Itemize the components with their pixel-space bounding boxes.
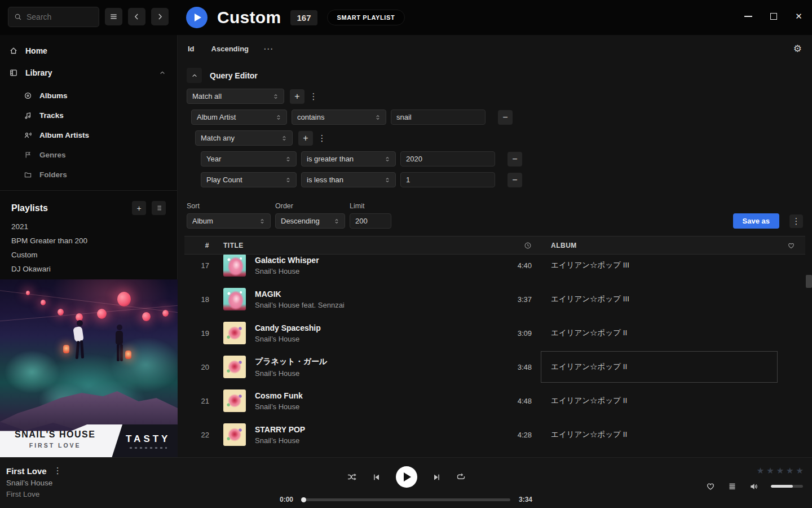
rating-star-icon[interactable]: ★ (786, 466, 793, 476)
maximize-button[interactable] (769, 12, 778, 20)
track-row[interactable]: 19 Candy Spaceship Snail’s House 3:09 エイ… (184, 316, 805, 350)
rating-star-icon[interactable]: ★ (757, 466, 764, 476)
add-playlist-button[interactable]: + (132, 201, 146, 215)
sidebar-item-home[interactable]: Home (0, 40, 177, 62)
play-playlist-button[interactable] (186, 7, 208, 28)
track-album[interactable]: エイリアン☆ポップ II (541, 317, 778, 349)
column-header-title[interactable]: TITLE (214, 242, 501, 249)
track-artist[interactable]: Snail’s House (255, 369, 327, 378)
sort-direction-button[interactable]: Ascending (211, 45, 249, 53)
more-options-button[interactable]: ⋯ (263, 44, 273, 54)
rule-operator-select[interactable]: contains (292, 110, 386, 125)
menu-button[interactable] (105, 8, 122, 25)
nav-back-button[interactable] (128, 8, 145, 25)
rule-field-select[interactable]: Play Count (201, 172, 297, 187)
sidebar-item-label: Album Artists (39, 131, 89, 139)
rule-field-select[interactable]: Album Artist (191, 110, 287, 125)
close-button[interactable]: ✕ (795, 12, 803, 20)
track-album[interactable]: エイリアン☆ポップ II (541, 419, 778, 450)
add-rule-button[interactable]: + (298, 131, 313, 146)
track-duration: 4:40 (501, 261, 541, 270)
collapse-query-editor-button[interactable] (187, 68, 202, 83)
shuffle-button[interactable] (347, 472, 357, 481)
order-select[interactable]: Descending (275, 213, 345, 229)
limit-input[interactable] (350, 213, 391, 229)
play-pause-button[interactable] (396, 466, 417, 488)
now-playing-album[interactable]: First Love (6, 490, 226, 498)
save-as-button[interactable]: Save as (733, 213, 779, 229)
search-input[interactable] (27, 12, 89, 21)
rule-operator-select[interactable]: is greater than (301, 151, 396, 167)
column-header-index[interactable]: # (184, 242, 214, 249)
play-icon (195, 14, 201, 21)
playlist-item[interactable]: 2021 (0, 220, 177, 234)
group-menu-button[interactable]: ⋮ (309, 91, 318, 102)
remove-rule-button[interactable]: − (498, 110, 513, 125)
seek-bar[interactable] (302, 498, 510, 501)
nav-forward-button[interactable] (151, 8, 169, 25)
player-bar: First Love ⋮ Snail’s House First Love (0, 457, 812, 508)
sidebar-item-albums[interactable]: Albums (0, 86, 177, 106)
playlist-item[interactable]: DJ Okawari (0, 262, 177, 276)
seek-thumb[interactable] (301, 497, 306, 502)
gear-icon[interactable]: ⚙ (793, 43, 802, 55)
volume-slider[interactable] (771, 485, 803, 488)
sidebar-item-library[interactable]: Library (0, 62, 177, 84)
add-rule-button[interactable]: + (290, 89, 304, 104)
column-header-favorite[interactable] (778, 242, 805, 249)
volume-icon[interactable] (749, 482, 759, 491)
chevron-up-icon[interactable] (159, 69, 166, 76)
track-artist[interactable]: Snail’s House feat. Sennzai (255, 301, 345, 309)
queue-button[interactable] (727, 482, 737, 491)
rule-value-input[interactable] (400, 172, 495, 187)
track-row[interactable]: 20 プラネット・ガール Snail’s House 3:48 エイリアン☆ポッ… (184, 350, 805, 384)
sidebar-item-genres[interactable]: Genres (0, 145, 177, 165)
track-row[interactable]: 18 MAGIK Snail’s House feat. Sennzai 3:3… (184, 282, 805, 316)
group-menu-button[interactable]: ⋮ (317, 133, 326, 143)
column-header-duration[interactable] (501, 242, 541, 249)
sidebar-item-label: Library (25, 68, 52, 77)
column-header-album[interactable]: ALBUM (541, 242, 778, 249)
minimize-button[interactable] (744, 12, 752, 20)
now-playing-artist[interactable]: Snail’s House (6, 479, 226, 487)
track-album[interactable]: エイリアン☆ポップ III (541, 255, 778, 281)
previous-button[interactable] (372, 473, 381, 481)
scrollbar-thumb[interactable] (806, 275, 812, 288)
track-row[interactable]: 21 Cosmo Funk Snail’s House 4:48 エイリアン☆ポ… (184, 384, 805, 418)
track-album-focused-cell[interactable]: エイリアン☆ポップ II (541, 351, 778, 383)
track-row[interactable]: 22 STARRY POP Snail’s House 4:28 エイリアン☆ポ… (184, 418, 805, 452)
track-artist[interactable]: Snail’s House (255, 402, 303, 411)
playlist-item[interactable]: Custom (0, 248, 177, 262)
rule-field-select[interactable]: Year (201, 151, 297, 167)
rule-value-input[interactable] (400, 151, 495, 167)
favorite-button[interactable] (705, 481, 716, 491)
rating-star-icon[interactable]: ★ (776, 466, 784, 476)
sidebar-item-folders[interactable]: Folders (0, 165, 177, 185)
rule-value-input[interactable] (391, 110, 486, 125)
match-type-select[interactable]: Match all (187, 89, 284, 104)
now-playing-menu-button[interactable]: ⋮ (54, 466, 62, 476)
sort-select[interactable]: Album (187, 213, 271, 229)
repeat-button[interactable] (456, 473, 466, 481)
playlist-list-button[interactable] (152, 201, 166, 215)
rating-star-icon[interactable]: ★ (766, 466, 774, 476)
sort-field-button[interactable]: Id (188, 45, 195, 53)
track-artist[interactable]: Snail’s House (255, 335, 321, 343)
track-artist[interactable]: Snail’s House (255, 267, 319, 275)
sidebar-item-tracks[interactable]: Tracks (0, 106, 177, 125)
search-box[interactable] (8, 7, 99, 27)
next-button[interactable] (433, 473, 441, 481)
rating-stars[interactable]: ★ ★ ★ ★ ★ (757, 466, 804, 476)
save-menu-button[interactable]: ⋮ (789, 214, 803, 228)
track-album[interactable]: エイリアン☆ポップ II (541, 385, 778, 417)
rule-operator-select[interactable]: is less than (301, 172, 396, 187)
remove-rule-button[interactable]: − (508, 152, 522, 167)
track-row[interactable]: 17 Galactic Whisper Snail’s House 4:40 エ… (184, 255, 805, 282)
remove-rule-button[interactable]: − (508, 173, 522, 187)
playlist-item[interactable]: BPM Greater than 200 (0, 234, 177, 248)
track-album[interactable]: エイリアン☆ポップ III (541, 283, 778, 315)
track-artist[interactable]: Snail’s House (255, 436, 305, 445)
match-type-select[interactable]: Match any (195, 130, 293, 146)
sidebar-item-album-artists[interactable]: Album Artists (0, 125, 177, 145)
rating-star-icon[interactable]: ★ (796, 466, 804, 476)
